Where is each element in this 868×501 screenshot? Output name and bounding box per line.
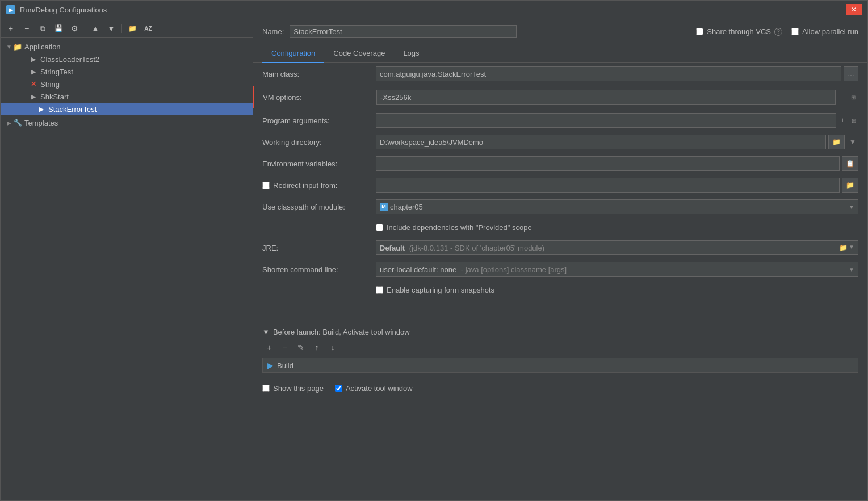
close-button[interactable]: ✕	[846, 4, 862, 15]
activate-window-checkbox[interactable]	[335, 385, 342, 392]
shorten-cmd-dropdown[interactable]: user-local default: none - java [options…	[376, 262, 858, 277]
tab-code-coverage[interactable]: Code Coverage	[324, 44, 394, 63]
jre-row: JRE: Default (jdk-8.0.131 - SDK of 'chap…	[253, 237, 867, 258]
enable-snapshots-checkbox[interactable]	[376, 286, 383, 294]
tab-logs[interactable]: Logs	[394, 44, 428, 63]
before-launch-build-item[interactable]: ▶ Build	[262, 358, 858, 373]
jre-buttons: 📁 ▼	[839, 244, 854, 252]
tree-item-shkstart[interactable]: ▶ ShkStart	[1, 90, 253, 103]
classpath-dropdown-arrow-icon: ▼	[849, 204, 854, 210]
redirect-input-text: Redirect input from:	[273, 181, 337, 190]
title-bar: ▶ Run/Debug Configurations ✕	[1, 1, 867, 19]
left-panel: + − ⧉ 💾 ⚙ ▲ ▼ 📁 AZ ▼ 📁 Application	[1, 19, 253, 500]
remove-config-button[interactable]: −	[20, 22, 33, 35]
move-up-button[interactable]: ▲	[89, 22, 102, 35]
add-config-button[interactable]: +	[4, 22, 18, 35]
tree-item-classloadertest2[interactable]: ▶ ClassLoaderTest2	[1, 53, 253, 65]
templates-wrench-icon: 🔧	[13, 118, 22, 127]
expand-application-icon: ▼	[5, 43, 13, 51]
program-args-expand-button[interactable]: +	[838, 115, 847, 126]
working-dir-row: Working directory: 📁 ▼	[253, 131, 867, 153]
working-dir-dropdown-button[interactable]: ▼	[847, 137, 858, 147]
before-launch-header[interactable]: ▼ Before launch: Build, Activate tool wi…	[262, 328, 858, 336]
redirect-input-field: 📁	[376, 178, 858, 193]
spacer	[253, 299, 867, 316]
sort-button[interactable]: AZ	[141, 22, 155, 35]
before-launch-edit-button[interactable]: ✎	[294, 341, 308, 354]
shorten-cmd-value: user-local default: none - java [options…	[380, 265, 567, 274]
redirect-input-row: Redirect input from: 📁	[253, 174, 867, 196]
item-arrow	[21, 80, 29, 88]
allow-parallel-checkbox[interactable]	[791, 28, 799, 35]
before-launch-toolbar: + − ✎ ↑ ↓	[262, 341, 858, 354]
settings-button[interactable]: ⚙	[68, 22, 81, 35]
jre-field: Default (jdk-8.0.131 - SDK of 'chapter05…	[376, 240, 858, 255]
copy-config-button[interactable]: ⧉	[36, 22, 49, 35]
redirect-input-input[interactable]	[376, 178, 840, 193]
before-launch-divider	[253, 319, 867, 319]
include-deps-checkbox[interactable]	[376, 224, 383, 231]
move-down-button[interactable]: ▼	[104, 22, 118, 35]
main-content: + − ⧉ 💾 ⚙ ▲ ▼ 📁 AZ ▼ 📁 Application	[1, 19, 867, 500]
activate-window-checkbox-label: Activate tool window	[335, 384, 413, 393]
header-right-options: Share through VCS ? Allow parallel run	[696, 27, 858, 36]
vm-options-input[interactable]	[376, 90, 836, 105]
working-dir-field: 📁 ▼	[376, 135, 858, 149]
jre-detail: (jdk-8.0.131 - SDK of 'chapter05' module…	[409, 244, 544, 252]
redirect-input-checkbox[interactable]	[262, 182, 270, 189]
right-panel: Name: Share through VCS ? Allow parallel…	[253, 19, 867, 500]
share-vcs-checkbox[interactable]	[696, 28, 703, 35]
configurations-toolbar: + − ⧉ 💾 ⚙ ▲ ▼ 📁 AZ	[1, 19, 253, 38]
before-launch-add-button[interactable]: +	[262, 341, 276, 354]
tree-item-string[interactable]: ✕ String	[1, 78, 253, 90]
before-launch-up-button[interactable]: ↑	[310, 341, 324, 354]
enable-snapshots-row: Enable capturing form snapshots	[253, 280, 867, 299]
templates-group-label: Templates	[24, 119, 58, 127]
vm-options-label: VM options:	[263, 93, 376, 102]
show-page-checkbox[interactable]	[262, 385, 270, 392]
tree-item-label: ShkStart	[40, 93, 69, 101]
vm-options-expand-button[interactable]: +	[838, 92, 846, 102]
tree-item-stackerrortest[interactable]: ▶ StackErrorTest	[1, 103, 253, 115]
main-class-input[interactable]	[376, 66, 841, 81]
redirect-browse-button[interactable]: 📁	[842, 178, 858, 193]
name-input[interactable]	[290, 25, 517, 38]
allow-parallel-row: Allow parallel run	[791, 27, 858, 36]
program-args-fullscreen-button[interactable]: ⊞	[849, 116, 858, 125]
item-arrow	[21, 55, 29, 63]
tabs-bar: Configuration Code Coverage Logs	[253, 44, 867, 63]
working-dir-browse-button[interactable]: 📁	[828, 135, 845, 149]
module-icon: M	[380, 203, 388, 211]
vm-options-row: VM options: + ⊞	[253, 86, 867, 108]
jre-dropdown[interactable]: Default (jdk-8.0.131 - SDK of 'chapter05…	[376, 240, 858, 255]
app-icon: ▶	[6, 5, 15, 14]
jre-dropdown-arrow-icon: ▼	[849, 244, 854, 252]
env-vars-browse-button[interactable]: 📋	[842, 156, 858, 171]
jre-label: JRE:	[262, 244, 376, 252]
program-args-input[interactable]	[376, 113, 836, 128]
application-folder-icon: 📁	[13, 42, 22, 51]
save-config-button[interactable]: 💾	[52, 22, 65, 35]
file-icon-shkstart: ▶	[29, 92, 38, 101]
activate-window-text: Activate tool window	[346, 384, 413, 393]
vm-options-fullscreen-button[interactable]: ⊞	[849, 93, 858, 102]
tab-configuration[interactable]: Configuration	[262, 44, 324, 63]
show-page-text: Show this page	[273, 384, 324, 393]
before-launch-down-button[interactable]: ↓	[326, 341, 339, 354]
before-launch-remove-button[interactable]: −	[278, 341, 292, 354]
env-vars-input[interactable]	[376, 156, 840, 171]
before-launch-collapse-icon: ▼	[262, 328, 270, 336]
tree-item-label: ClassLoaderTest2	[40, 55, 99, 64]
tree-item-stringtest[interactable]: ▶ StringTest	[1, 65, 253, 78]
classpath-module-dropdown[interactable]: M chapter05 ▼	[376, 199, 858, 214]
share-vcs-help-icon[interactable]: ?	[774, 28, 782, 36]
tree-templates-group[interactable]: ▶ 🔧 Templates	[1, 116, 253, 129]
working-dir-input[interactable]	[376, 135, 826, 149]
tree-application-group[interactable]: ▼ 📁 Application	[1, 40, 253, 53]
folder-button[interactable]: 📁	[125, 22, 139, 35]
main-class-field: …	[376, 66, 858, 81]
main-class-browse-button[interactable]: …	[844, 66, 858, 81]
vm-options-field: + ⊞	[376, 90, 858, 105]
toolbar-separator	[85, 24, 85, 33]
program-args-field: + ⊞	[376, 113, 858, 128]
